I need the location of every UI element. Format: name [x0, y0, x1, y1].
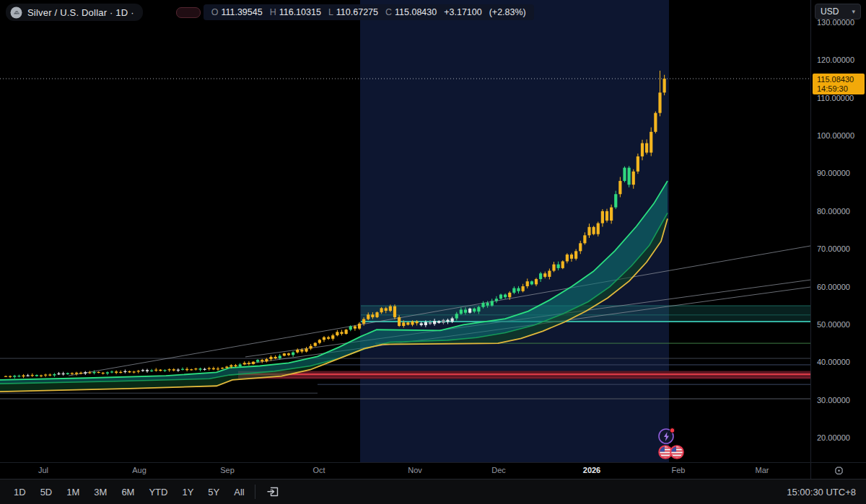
candle — [88, 372, 91, 373]
candle — [345, 330, 348, 334]
candle — [243, 363, 246, 364]
candle — [110, 371, 113, 372]
candle — [128, 371, 131, 373]
high-value: 116.10315 — [279, 7, 321, 17]
chart-canvas[interactable]: Silver / U.S. Dollar · 1D · O 111.39545 … — [0, 0, 810, 462]
candle — [354, 327, 357, 329]
range-button-ytd[interactable]: YTD — [142, 483, 174, 501]
lightning-events-icon[interactable] — [657, 426, 677, 446]
candle — [477, 307, 480, 311]
current-price-label: 115.08430 14:59:30 — [813, 74, 865, 94]
candle — [283, 353, 286, 355]
candle — [208, 368, 211, 369]
change-percent: (+2.83%) — [489, 7, 526, 17]
price-tick: 110.00000 — [817, 94, 854, 102]
candle — [340, 332, 343, 334]
candle — [57, 373, 60, 374]
currency-label: USD — [821, 6, 839, 17]
candle — [579, 243, 582, 251]
candle — [614, 194, 617, 207]
candle — [274, 357, 277, 358]
price-chart-svg[interactable] — [0, 0, 810, 462]
candle — [71, 373, 74, 373]
toolbar-divider — [255, 485, 255, 499]
candle — [442, 320, 445, 323]
time-axis-label: Feb — [672, 466, 686, 474]
candle — [460, 309, 463, 314]
candle — [411, 322, 414, 325]
close-label: C — [385, 7, 392, 17]
candle — [486, 303, 489, 306]
time-axis-label: Oct — [312, 466, 325, 474]
range-button-5y[interactable]: 5Y — [201, 483, 226, 501]
low-value: 110.67275 — [336, 7, 378, 17]
range-button-5d[interactable]: 5D — [34, 483, 59, 501]
candle — [198, 368, 201, 370]
candle — [557, 265, 560, 268]
range-button-1d[interactable]: 1D — [7, 483, 32, 501]
candle — [491, 301, 494, 305]
candle — [168, 369, 171, 370]
candle — [499, 295, 502, 299]
candle — [570, 255, 573, 259]
axis-settings-corner[interactable] — [810, 463, 866, 479]
candle — [137, 371, 140, 371]
price-axis[interactable]: 130.00000120.00000110.00000100.0000090.0… — [810, 0, 866, 462]
candle — [637, 156, 639, 172]
candle — [97, 372, 100, 373]
price-tick: 100.00000 — [817, 131, 854, 140]
candle — [481, 303, 484, 307]
go-to-date-button[interactable] — [262, 483, 284, 500]
range-button-all[interactable]: All — [227, 483, 250, 501]
candle — [92, 372, 95, 373]
candle — [548, 271, 551, 277]
candle — [123, 371, 126, 372]
candle — [385, 308, 388, 311]
range-button-3m[interactable]: 3M — [87, 483, 113, 501]
candle — [35, 375, 38, 376]
candle — [402, 322, 405, 326]
candle — [420, 323, 423, 325]
candle — [601, 211, 604, 224]
candle — [154, 370, 157, 371]
currency-dropdown[interactable]: USD ▾ — [815, 4, 861, 19]
candle — [269, 357, 272, 359]
time-axis-label: Jul — [38, 466, 48, 474]
candle — [592, 227, 595, 234]
candle — [234, 365, 237, 366]
candle — [552, 265, 555, 271]
candle — [287, 353, 290, 355]
candle — [424, 322, 427, 325]
candle — [300, 350, 303, 352]
us-flag-events-icon[interactable] — [656, 443, 688, 461]
candle — [327, 337, 330, 339]
candle — [522, 286, 525, 291]
silver-coin-icon — [10, 6, 22, 19]
candle — [146, 370, 149, 371]
candle — [433, 321, 436, 324]
candle — [239, 364, 242, 366]
price-tick: 60.00000 — [817, 283, 850, 291]
range-button-1y[interactable]: 1Y — [175, 483, 200, 501]
alert-badge-remnant — [176, 7, 201, 18]
range-button-6m[interactable]: 6M — [115, 483, 141, 501]
candle — [530, 281, 533, 284]
time-axis-label: Nov — [408, 466, 422, 474]
candle — [31, 375, 34, 376]
range-button-1m[interactable]: 1M — [60, 483, 86, 501]
ohlc-values-bar: O 111.39545 H 116.10315 L 110.67275 C 11… — [204, 4, 534, 20]
candle — [535, 279, 538, 284]
candle — [610, 208, 613, 221]
candle — [437, 321, 440, 323]
candle — [48, 375, 51, 376]
candle — [566, 255, 569, 261]
candle — [150, 371, 153, 371]
candle — [628, 168, 631, 185]
time-axis[interactable]: JulAugSepOctNovDec2026FebMar — [0, 462, 866, 479]
candle — [292, 353, 294, 355]
axis-settings-gear-icon[interactable] — [834, 466, 844, 477]
symbol-title-button[interactable]: Silver / U.S. Dollar · 1D · — [6, 4, 143, 21]
candle — [451, 319, 454, 322]
candle — [44, 375, 47, 376]
candle — [641, 143, 644, 156]
